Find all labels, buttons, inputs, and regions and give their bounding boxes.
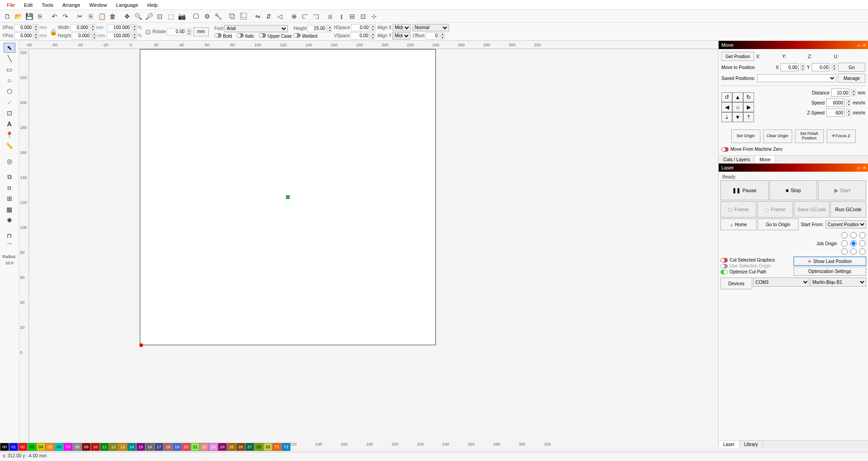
font-select[interactable]: Arial [224,25,288,32]
color-swatch-18[interactable]: 18 [163,443,173,451]
save-icon[interactable]: 💾 [24,11,34,21]
frame-circle-button[interactable]: ◌ Frame [757,201,793,218]
delete-icon[interactable]: 🗑 [108,11,118,21]
lock-icon[interactable]: 🔒 [49,25,58,38]
clear-origin-button[interactable]: Clear Origin [763,129,792,143]
cut-icon[interactable]: ✂ [75,11,85,21]
pan-icon[interactable]: ✥ [122,11,132,21]
offset-tool-icon[interactable]: ◎ [4,156,15,166]
close-icon[interactable]: ✕ [863,43,866,48]
unit-mm-button[interactable]: mm [193,27,209,36]
weld-tool-icon[interactable]: ⧉ [4,172,15,182]
origin-bc[interactable] [850,248,857,255]
color-swatch-27[interactable]: 27 [245,443,254,451]
rotate-input[interactable] [167,28,186,35]
distribute-h-icon[interactable]: ⫼ [326,11,335,21]
color-swatch-01[interactable]: 01 [9,443,18,451]
tab-laser[interactable]: Laser [719,441,740,448]
xpos-spinner[interactable]: ▴▾ [34,24,39,31]
color-swatch-12[interactable]: 12 [109,443,118,451]
color-swatch-09[interactable]: 09 [82,443,91,451]
run-gcode-button[interactable]: Run GCode [830,201,866,218]
jog-up-icon[interactable]: ▲ [732,92,743,102]
cut-selected-toggle[interactable] [720,258,728,263]
undo-icon[interactable]: ↶ [49,11,59,21]
zspeed-input[interactable] [826,109,844,117]
fheight-input[interactable] [307,25,326,32]
color-swatch-22[interactable]: 22 [200,443,209,451]
go-to-origin-button[interactable]: Go to Origin [758,218,799,230]
frame-rect-button[interactable]: ▢ Frame [720,201,756,218]
origin-br[interactable] [859,248,866,255]
move-y-input[interactable] [812,63,830,71]
origin-tl[interactable] [841,232,848,238]
anchor-icon[interactable]: ⊡ [143,25,153,38]
origin-tc[interactable] [850,232,857,238]
aligny-select[interactable]: Middle [392,32,410,40]
width-input[interactable] [70,24,89,31]
jog-z-up-icon[interactable]: ⇡ [743,112,754,122]
align-middle-icon[interactable]: ⫎ [311,11,321,21]
ypos-input[interactable] [14,32,33,40]
jog-home-icon[interactable]: ⌂ [732,102,743,112]
devices-button[interactable]: Devices [720,278,752,289]
flip-v-icon[interactable]: ⇵ [264,11,274,21]
offset-input[interactable] [425,32,439,40]
import-icon[interactable]: ⎘ [35,11,45,21]
mirror-icon[interactable]: ◁ [275,11,285,21]
copy-icon[interactable]: ⎘ [86,11,96,21]
ellipse-tool-icon[interactable]: ○ [4,75,15,85]
stop-button[interactable]: ■Stop [769,180,818,200]
color-swatch-26[interactable]: 26 [236,443,245,451]
align-left-icon[interactable]: ⫍ [300,11,310,21]
rect-tool-icon[interactable]: ▭ [4,64,15,74]
tab-tool-icon[interactable]: ⊓ [4,231,15,241]
color-swatch-T2[interactable]: T2 [281,443,291,451]
group-icon[interactable]: ⿻ [227,11,237,21]
color-swatch-15[interactable]: 15 [136,443,145,451]
polygon-tool-icon[interactable]: ⬡ [4,86,15,96]
text-tool-icon[interactable]: A [4,119,15,129]
color-swatch-10[interactable]: 10 [91,443,100,451]
canvas[interactable]: -80-60-40-200204060801001201401601802002… [29,49,718,448]
start-button[interactable]: ▶Start [818,180,866,200]
marker-tool-icon[interactable]: 📍 [4,130,15,140]
snap-icon[interactable]: ⊹ [369,11,379,21]
menu-tools[interactable]: Tools [37,1,58,9]
color-swatch-21[interactable]: 21 [191,443,200,451]
zoom-in-icon[interactable]: 🔍 [133,11,143,21]
vspace-input[interactable] [350,32,370,40]
bold-toggle[interactable] [214,33,222,38]
color-swatch-08[interactable]: 08 [73,443,82,451]
color-swatch-03[interactable]: 03 [27,443,36,451]
jog-right-icon[interactable]: ▶ [743,102,754,112]
path-tool-icon[interactable]: ⟋ [4,97,15,107]
dock-icon[interactable]: ▱ [857,165,861,170]
italic-toggle[interactable] [237,33,244,38]
gear-icon[interactable]: ⚙ [202,11,212,21]
origin-ml[interactable] [841,240,848,247]
focus-z-button[interactable]: ✛ Focus Z [827,129,856,143]
jog-down-icon[interactable]: ▼ [732,112,743,122]
optimize-cut-toggle[interactable] [720,270,728,274]
radial-tool-icon[interactable]: ✺ [4,215,15,225]
height-input[interactable] [72,32,91,40]
color-swatch-13[interactable]: 13 [118,443,127,451]
tab-cuts-layers[interactable]: Cuts / Layers [719,156,755,164]
home-button[interactable]: ⌂ Home [720,218,757,230]
color-swatch-04[interactable]: 04 [36,443,45,451]
scale-x-input[interactable] [107,24,131,31]
jog-z-down-icon[interactable]: ⇣ [721,112,732,122]
color-swatch-14[interactable]: 14 [127,443,136,451]
new-icon[interactable]: 🗋 [2,11,12,21]
com-select[interactable]: COM3 [753,278,809,287]
origin-tr[interactable] [859,232,866,238]
zoom-frame-icon[interactable]: ⊡ [155,11,165,21]
show-last-position-button[interactable]: ✛Show Last Position [794,257,867,266]
close-icon[interactable]: ✕ [863,165,866,170]
menu-window[interactable]: Window [85,1,112,9]
style-select[interactable]: Normal [413,24,449,31]
zoom-sel-icon[interactable]: ⬚ [166,11,176,21]
boolean-tool-icon[interactable]: ⧈ [4,183,15,193]
select-tool-icon[interactable]: ⬉ [4,43,15,53]
